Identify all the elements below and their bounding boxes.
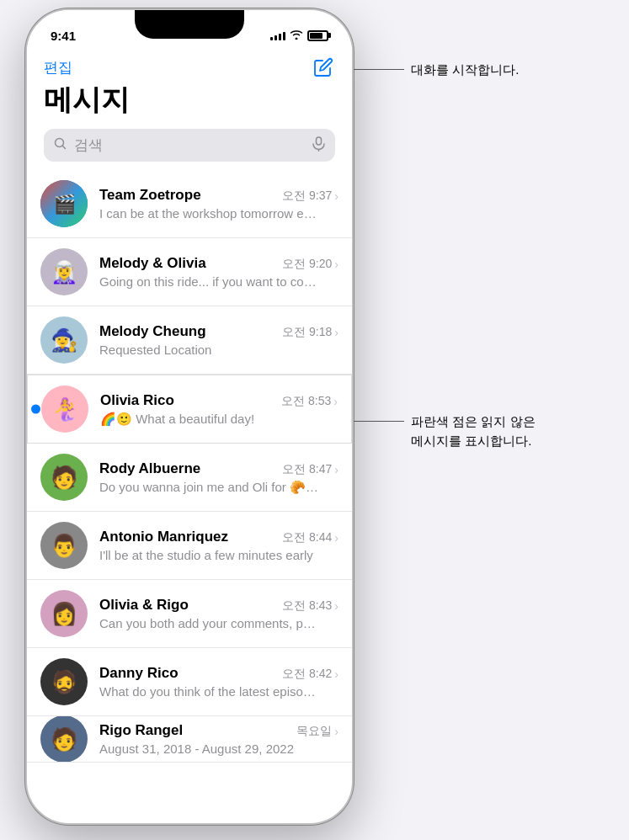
signal-bars-icon [270, 30, 285, 40]
list-item[interactable]: 🎬 Team Zoetrope 오전 9:37 › I can be at th… [27, 170, 352, 238]
search-placeholder: 검색 [74, 136, 306, 155]
callout-line [354, 421, 404, 422]
avatar: 🧑 [40, 454, 88, 501]
message-content: Melody & Olivia 오전 9:20 › Going on this … [99, 255, 338, 289]
message-list: 🎬 Team Zoetrope 오전 9:37 › I can be at th… [27, 170, 352, 763]
edit-button[interactable]: 편집 [44, 58, 72, 77]
sender-name: Team Zoetrope [99, 187, 201, 204]
list-item[interactable]: 👨 Antonio Manriquez 오전 8:44 › I'll be at… [27, 512, 352, 580]
message-preview: Can you both add your comments, please? [99, 616, 318, 630]
compose-button[interactable] [312, 56, 335, 79]
list-item[interactable]: 🧜‍♀️ Olivia Rico 오전 8:53 › 🌈🙂 What a bea… [27, 375, 352, 444]
message-content: Melody Cheung 오전 9:18 › Requested Locati… [99, 323, 338, 357]
header: 편집 메시지 [27, 52, 352, 122]
signal-bar-4 [283, 32, 285, 40]
sender-name: Olivia & Rigo [99, 597, 189, 614]
message-header-row: Rigo Rangel 목요일 › [99, 722, 338, 739]
list-item[interactable]: 🧑 Rigo Rangel 목요일 › August 31, 2018 - Au… [27, 716, 352, 763]
message-time: 오전 8:42 › [282, 667, 338, 682]
avatar: 🧜‍♀️ [41, 385, 88, 433]
message-preview: I can be at the workshop tomorrow evenin… [99, 206, 318, 221]
message-preview: 🌈🙂 What a beautiful day! [100, 412, 319, 427]
message-preview: I'll be at the studio a few minutes earl… [99, 548, 318, 562]
callout-line [354, 69, 404, 70]
battery-icon [307, 30, 328, 41]
sender-name: Antonio Manriquez [99, 529, 228, 545]
chevron-icon: › [334, 463, 338, 476]
message-content: Danny Rico 오전 8:42 › What do you think o… [99, 665, 338, 699]
list-item[interactable]: 👩 Olivia & Rigo 오전 8:43 › Can you both a… [27, 580, 352, 648]
chevron-icon: › [333, 395, 338, 408]
chevron-icon: › [334, 258, 338, 271]
message-header-row: Antonio Manriquez 오전 8:44 › [99, 529, 338, 545]
message-header-row: Team Zoetrope 오전 9:37 › [99, 187, 338, 204]
signal-bar-1 [270, 37, 273, 40]
message-preview: Do you wanna join me and Oli for 🥐☕ 🔍 br… [99, 480, 318, 495]
message-content: Team Zoetrope 오전 9:37 › I can be at the … [99, 187, 338, 221]
sender-name: Melody & Olivia [99, 255, 206, 272]
wifi-icon [290, 29, 303, 42]
sender-name: Olivia Rico [100, 392, 174, 409]
message-header-row: Rody Albuerne 오전 8:47 › [99, 460, 338, 477]
notch [135, 10, 244, 39]
list-item[interactable]: 🧔 Danny Rico 오전 8:42 › What do you think… [27, 648, 352, 716]
search-container: 검색 [27, 122, 352, 170]
search-icon [54, 137, 67, 153]
unread-callout: 파란색 점은 읽지 않은 메시지를 표시합니다. [354, 412, 536, 450]
message-preview: August 31, 2018 - August 29, 2022 [99, 742, 318, 756]
message-preview: Requested Location [99, 343, 318, 357]
sender-name: Melody Cheung [99, 323, 206, 340]
message-preview: Going on this ride... if you want to com… [99, 274, 318, 289]
message-content: Olivia & Rigo 오전 8:43 › Can you both add… [99, 597, 338, 630]
signal-bar-2 [275, 35, 277, 40]
sender-name: Rigo Rangel [99, 722, 183, 739]
search-bar[interactable]: 검색 [44, 129, 335, 162]
avatar: 🎬 [40, 180, 88, 227]
message-time: 오전 8:47 › [282, 462, 338, 477]
message-content: Rigo Rangel 목요일 › August 31, 2018 - Augu… [99, 722, 338, 756]
message-header-row: Danny Rico 오전 8:42 › [99, 665, 338, 682]
unread-indicator [31, 405, 40, 414]
microphone-icon[interactable] [312, 136, 325, 154]
message-header-row: Melody Cheung 오전 9:18 › [99, 323, 338, 340]
status-time: 9:41 [51, 29, 76, 43]
phone-frame: 9:41 [25, 8, 354, 825]
signal-bar-3 [279, 34, 281, 40]
avatar: 🧑 [40, 716, 88, 763]
svg-text:🎬: 🎬 [53, 193, 77, 215]
list-item[interactable]: 🧑 Rody Albuerne 오전 8:47 › Do you wanna j… [27, 444, 352, 512]
avatar: 🧔 [40, 658, 88, 705]
compose-callout-text: 대화를 시작합니다. [411, 61, 519, 78]
chevron-icon: › [334, 725, 338, 738]
message-header-row: Olivia & Rigo 오전 8:43 › [99, 597, 338, 614]
avatar: 👨 [40, 522, 88, 569]
battery-fill [310, 33, 322, 39]
header-top: 편집 [44, 56, 335, 79]
message-time: 목요일 › [296, 724, 338, 739]
message-time: 오전 8:53 › [281, 394, 338, 409]
chevron-icon: › [334, 326, 338, 339]
avatar: 🧝‍♀️ [40, 248, 88, 295]
message-time: 오전 8:44 › [282, 530, 338, 545]
sender-name: Danny Rico [99, 665, 179, 682]
status-icons [270, 29, 328, 42]
chevron-icon: › [334, 599, 338, 613]
message-content: Olivia Rico 오전 8:53 › 🌈🙂 What a beautifu… [100, 392, 338, 427]
message-header-row: Olivia Rico 오전 8:53 › [100, 392, 338, 409]
message-time: 오전 9:18 › [282, 325, 338, 340]
unread-callout-text: 파란색 점은 읽지 않은 메시지를 표시합니다. [411, 412, 536, 450]
message-time: 오전 9:20 › [282, 257, 338, 272]
avatar: 🧙‍♀️ [40, 316, 88, 364]
list-item[interactable]: 🧙‍♀️ Melody Cheung 오전 9:18 › Requested L… [27, 306, 352, 375]
chevron-icon: › [334, 667, 338, 681]
page-title: 메시지 [44, 84, 335, 115]
sender-name: Rody Albuerne [99, 460, 200, 477]
message-time: 오전 8:43 › [282, 598, 338, 614]
message-time: 오전 9:37 › [282, 189, 338, 204]
message-header-row: Melody & Olivia 오전 9:20 › [99, 255, 338, 272]
list-item[interactable]: 🧝‍♀️ Melody & Olivia 오전 9:20 › Going on … [27, 238, 352, 306]
chevron-icon: › [334, 531, 338, 545]
message-preview: What do you think of the latest episode? [99, 684, 318, 699]
message-content: Rody Albuerne 오전 8:47 › Do you wanna joi… [99, 460, 338, 495]
avatar: 👩 [40, 590, 88, 637]
